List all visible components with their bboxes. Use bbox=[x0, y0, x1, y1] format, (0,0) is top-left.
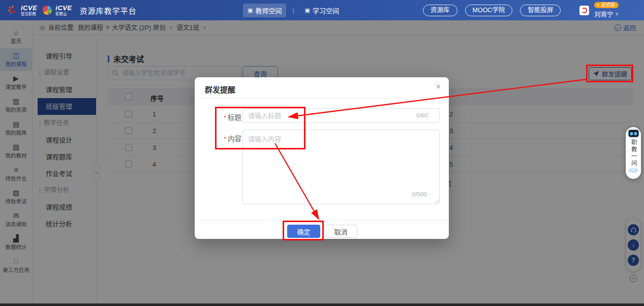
avatar[interactable] bbox=[579, 6, 589, 15]
nav-separator: | bbox=[292, 7, 294, 14]
resource-library-button[interactable]: 资源库 bbox=[423, 5, 457, 16]
user-name: 刘宵宁 bbox=[594, 9, 614, 19]
cancel-button[interactable]: 取消 bbox=[324, 225, 357, 238]
avatar-logo-icon bbox=[581, 8, 587, 13]
robot-eye bbox=[630, 132, 633, 135]
top-navbar: iCVE 智慧职教 iCVE 职教云 资源库教学平台 ▣ bbox=[0, 0, 644, 20]
icve-logo-icon bbox=[7, 5, 18, 16]
resize-handle[interactable] bbox=[435, 199, 439, 203]
tab-student-space[interactable]: ▣ 学习空间 bbox=[300, 4, 344, 17]
user-area: 正式版 刘宵宁 ∨ bbox=[579, 0, 619, 20]
confirm-button[interactable]: 确定 bbox=[287, 225, 320, 238]
teacher-space-icon: ▣ bbox=[248, 7, 253, 14]
water-decoration bbox=[629, 168, 638, 173]
student-space-label: 学习空间 bbox=[313, 6, 339, 15]
logo-icve-zhijiaoyun: iCVE 职教云 bbox=[42, 5, 72, 16]
teacher-space-label: 教师空间 bbox=[255, 6, 282, 15]
medal-icon bbox=[596, 3, 600, 7]
mass-reminder-modal: 群发提醒 × *标题 0/60 *内容 0/500 确定 取消 bbox=[195, 77, 449, 239]
title-field-label: *标题 bbox=[218, 112, 241, 122]
smart-cast-button[interactable]: 智能投屏 bbox=[520, 5, 561, 16]
brand1-sub: 智慧职教 bbox=[21, 12, 37, 16]
logo-icve-zhihui: iCVE 智慧职教 bbox=[7, 5, 37, 16]
modal-title: 群发提醒 bbox=[205, 84, 235, 95]
content-field-label: *内容 bbox=[218, 133, 241, 143]
tab-teacher-space[interactable]: ▣ 教师空间 bbox=[243, 4, 286, 17]
assistant-label: 职教一问 bbox=[630, 139, 636, 167]
modal-header-divider bbox=[195, 98, 449, 98]
chevron-down-icon: ∨ bbox=[616, 11, 619, 16]
user-menu[interactable]: 刘宵宁 ∨ bbox=[594, 9, 619, 19]
version-badge-label: 正式版 bbox=[601, 3, 615, 7]
brand-group: iCVE 智慧职教 iCVE 职教云 资源库教学平台 bbox=[7, 0, 137, 20]
modal-close-button[interactable]: × bbox=[436, 83, 441, 91]
title-char-counter: 0/60 bbox=[416, 112, 427, 118]
platform-title: 资源库教学平台 bbox=[80, 5, 137, 16]
robot-eye bbox=[634, 132, 637, 135]
modal-footer-divider bbox=[195, 220, 449, 221]
space-switcher: ▣ 教师空间 | ▣ 学习空间 bbox=[243, 0, 344, 20]
header-links: 资源库 MOOC学院 智能投屏 bbox=[423, 0, 561, 20]
bottom-edge-strip bbox=[0, 303, 644, 306]
student-space-icon: ▣ bbox=[305, 7, 310, 14]
assistant-widget[interactable]: 职教一问 bbox=[626, 127, 641, 179]
robot-icon bbox=[628, 129, 639, 138]
sparkle-icon: ✳ bbox=[632, 121, 636, 126]
app-root: iCVE 智慧职教 iCVE 职教云 资源库教学平台 ▣ bbox=[0, 0, 644, 306]
mooc-college-button[interactable]: MOOC学院 bbox=[465, 5, 513, 16]
content-char-counter: 0/500 bbox=[412, 191, 427, 197]
required-mark: * bbox=[224, 114, 226, 121]
brand1-name: iCVE bbox=[21, 5, 37, 11]
required-mark: * bbox=[224, 135, 226, 143]
zhijiaoyun-logo-icon bbox=[42, 5, 53, 16]
version-badge: 正式版 bbox=[594, 2, 619, 8]
reminder-title-input[interactable] bbox=[242, 108, 440, 123]
brand2-sub: 职教云 bbox=[55, 12, 72, 16]
reminder-content-textarea[interactable] bbox=[242, 130, 440, 204]
brand2-name: iCVE bbox=[55, 5, 72, 11]
